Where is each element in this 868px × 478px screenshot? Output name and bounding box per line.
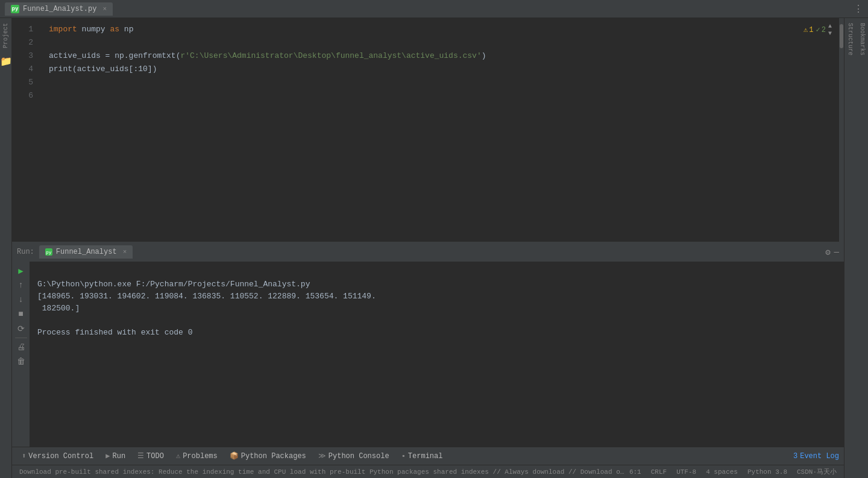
project-label[interactable]: Project [2,18,9,53]
stop-button[interactable]: ■ [14,307,28,321]
python-packages-icon: 📦 [230,451,239,461]
project-sidebar: Project 📁 [0,18,12,478]
csdn-label: CSDN·马天小 [797,467,837,476]
run-output: G:\Python\python.exe F:/Pycharm/Projects… [30,262,844,447]
bottom-toolbar: ⬆ Version Control ▶ Run ☰ TODO ⚠ Problem… [12,447,844,465]
tab-terminal[interactable]: ▪ Terminal [397,447,448,465]
todo-icon: ☰ [137,451,144,461]
bookmarks-label[interactable]: Bookmarks [859,18,866,60]
run-tab-close[interactable]: × [123,248,127,256]
project-icon[interactable]: 📁 [0,55,12,68]
warning-indicator: ⚠ 1 [804,25,813,34]
code-editor[interactable]: 1 2 3 4 5 6 import numpy as np active_ui… [12,18,844,242]
delete-button[interactable]: 🗑 [14,355,28,368]
line-num-5: 5 [12,76,33,89]
navigation-arrows[interactable]: ▲ ▼ [828,23,832,37]
language[interactable]: Python 3.8 [747,468,787,476]
up-button[interactable]: ↑ [14,278,28,292]
event-log-count: 3 [793,452,797,461]
line-num-3: 3 [12,49,33,63]
sidebar-separator [15,338,27,338]
run-tab-label: Run [113,452,126,461]
run-tab-icon: py [45,248,52,256]
tab-python-console[interactable]: ≫ Python Console [313,447,394,465]
python-console-icon: ≫ [318,451,326,461]
problems-icon: ⚠ [176,451,180,461]
indent-setting[interactable]: 4 spaces [706,468,738,476]
kebab-menu-icon[interactable]: ⋮ [854,3,863,15]
check-indicator: ✓ 2 [816,25,826,34]
line-ending[interactable]: CRLF [651,468,667,476]
line-num-1: 1 [12,23,33,36]
editor-tab[interactable]: py Funnel_Analyst.py × [5,2,113,16]
run-button[interactable]: ▶ [14,264,28,277]
editor-tab-name: Funnel_Analyst.py [23,5,96,13]
encoding[interactable]: UTF-8 [676,468,696,476]
minimize-panel-icon[interactable]: — [834,247,839,257]
version-control-icon: ⬆ [22,451,26,461]
structure-panel: Structure [844,18,856,478]
rerun-button[interactable]: ⟳ [14,322,28,335]
bookmarks-panel: Bookmarks [856,18,868,478]
editor-scrollbar[interactable] [839,18,844,242]
line-num-2: 2 [12,36,33,49]
editor-tab-close[interactable]: × [102,5,107,13]
status-bar: Download pre-built shared indexes: Reduc… [12,465,844,478]
run-process-line: Process finished with exit code 0 [37,328,192,337]
version-control-label: Version Control [28,452,93,461]
run-content: ▶ ↑ ↓ ■ ⟳ 🖨 🗑 G:\Python\python.exe F:/Py… [12,262,844,447]
python-console-label: Python Console [329,452,389,461]
line-numbers: 1 2 3 4 5 6 [12,18,39,242]
line-num-4: 4 [12,63,33,76]
check-icon: ✓ [816,25,820,34]
run-tab-name: Funnel_Analyst [56,248,117,256]
python-file-icon: py [11,5,19,13]
warning-count: 1 [809,26,813,34]
tab-problems[interactable]: ⚠ Problems [171,447,222,465]
main-layout: Project 📁 1 2 3 4 5 6 import numpy as np… [0,18,868,478]
next-issue-arrow[interactable]: ▼ [828,30,832,37]
run-tab[interactable]: py Funnel_Analyst × [39,245,133,259]
editor-container: 1 2 3 4 5 6 import numpy as np active_ui… [12,18,844,478]
run-path-line: G:\Python\python.exe F:/Pycharm/Projects… [37,280,310,289]
tab-run[interactable]: ▶ Run [101,447,130,465]
run-panel-header: Run: py Funnel_Analyst × ⚙ — [12,242,844,262]
run-panel-actions: ⚙ — [825,247,839,257]
run-sidebar: ▶ ↑ ↓ ■ ⟳ 🖨 🗑 [12,262,30,447]
line-num-6: 6 [12,89,33,102]
tab-version-control[interactable]: ⬆ Version Control [17,447,98,465]
run-label: Run: [17,248,34,256]
run-panel: Run: py Funnel_Analyst × ⚙ — ▶ ↑ ↓ ■ [12,242,844,447]
title-bar: py Funnel_Analyst.py × ⋮ [0,0,868,18]
status-bar-right: 6:1 CRLF UTF-8 4 spaces Python 3.8 CSDN·… [629,467,837,476]
down-button[interactable]: ↓ [14,293,28,306]
warning-triangle-icon: ⚠ [804,25,808,34]
settings-icon[interactable]: ⚙ [825,247,830,257]
code-content[interactable]: import numpy as np active_uids = np.genf… [39,18,839,242]
problems-label: Problems [183,452,218,461]
python-packages-label: Python Packages [241,452,306,461]
terminal-label: Terminal [408,452,443,461]
terminal-icon: ▪ [401,452,406,461]
scrollbar-thumb[interactable] [840,24,843,48]
todo-label: TODO [146,452,164,461]
tab-python-packages[interactable]: 📦 Python Packages [225,447,311,465]
event-log-button[interactable]: 3 Event Log [793,452,839,461]
check-count: 2 [822,26,826,34]
prev-issue-arrow[interactable]: ▲ [828,23,832,30]
event-log-label: Event Log [800,452,839,461]
run-output-numbers: [148965. 193031. 194602. 119084. 136835.… [37,292,376,313]
status-message: Download pre-built shared indexes: Reduc… [19,468,627,476]
editor-indicators: ⚠ 1 ✓ 2 ▲ ▼ [804,23,832,37]
cursor-position[interactable]: 6:1 [629,468,641,476]
print-button[interactable]: 🖨 [14,341,28,354]
tab-todo[interactable]: ☰ TODO [133,447,169,465]
structure-label[interactable]: Structure [847,18,854,60]
run-tab-btn-icon: ▶ [105,451,110,461]
